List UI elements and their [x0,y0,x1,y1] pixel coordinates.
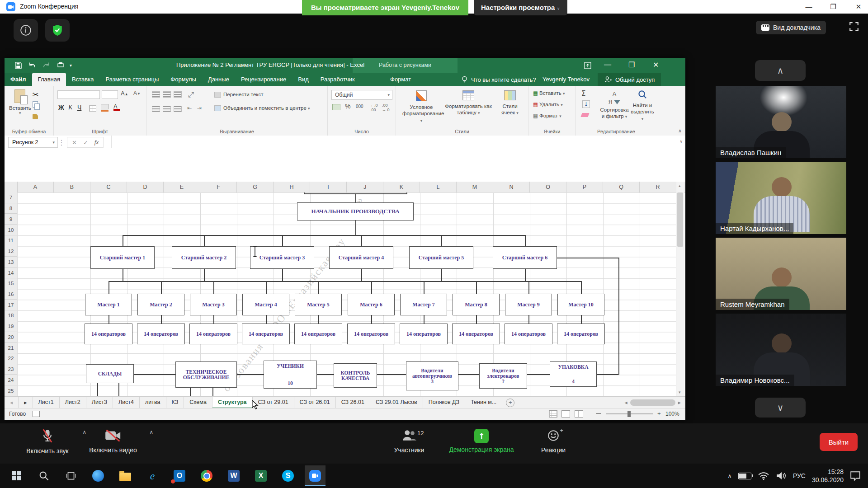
align-center-icon[interactable] [163,106,171,112]
close-button[interactable]: ✕ [851,2,866,12]
column-header-M[interactable]: M [457,182,493,192]
sheet-tab-СЗ от 29.01[interactable]: СЗ от 29.01 [253,397,294,408]
taskbar-outlook[interactable]: O [169,465,190,486]
ribbon-tab-Файл[interactable]: Файл [5,73,32,86]
ribbon-display-options-icon[interactable] [584,62,591,71]
signed-in-user[interactable]: Yevgeniy Tenekov [542,76,590,83]
org-box-unit-4[interactable]: КОНТРОЛЬКАЧЕСТВА [334,363,377,388]
fullscreen-button[interactable] [849,22,859,33]
row-header-12[interactable]: 12 [5,246,17,257]
row-header-8[interactable]: 8 [5,203,17,214]
column-header-H[interactable]: H [274,182,310,192]
taskbar-task-view-button[interactable] [61,465,81,486]
insert-function-icon[interactable]: fx [94,139,99,146]
tab-scroll-left[interactable]: ◂ [624,397,630,408]
collapse-ribbon-button[interactable]: ∧ [678,128,682,134]
scroll-up-icon[interactable]: ▴ [679,183,681,188]
paste-button[interactable]: Вставить ▾ [9,89,31,115]
ribbon-tab-Главная[interactable]: Главная [32,73,66,86]
row-header-20[interactable]: 20 [5,332,17,343]
participant-video-1[interactable]: Владислав Пашкин [716,86,846,158]
taskbar-internet-explorer[interactable]: e [142,465,163,486]
zoom-slider-thumb[interactable] [627,411,631,417]
org-box-unit-6[interactable]: Водителиэлектрокаров? [479,363,527,389]
column-header-L[interactable]: L [420,182,457,192]
org-box-senior-master-3[interactable]: Старший мастер 3 [250,246,314,269]
row-header-22[interactable]: 22 [5,353,17,364]
ribbon-tab-Разработчик[interactable]: Разработчик [315,73,361,86]
minimize-button[interactable]: — [801,2,816,12]
sheet-tab-Схема[interactable]: Схема [184,397,212,408]
find-select-button[interactable]: Найти и выделить ▾ [630,89,655,122]
cell-styles-button[interactable]: Стили ячеек ▾ [496,90,524,116]
shrink-font-icon[interactable]: А▼ [133,90,141,96]
ribbon-tab-Разметка страницы[interactable]: Разметка страницы [99,73,165,86]
clear-icon[interactable] [580,113,589,117]
row-header-25[interactable]: 25 [5,385,17,396]
format-as-table-button[interactable]: Форматировать как таблицу ▾ [445,90,492,116]
org-box-master-7[interactable]: Мастер 7 [400,294,447,315]
ribbon-tab-Вставка[interactable]: Вставка [66,73,99,86]
taskbar-file-explorer[interactable] [115,465,136,486]
row-header-14[interactable]: 14 [5,267,17,278]
taskbar-skype[interactable]: S [278,465,298,486]
ribbon-tab-Вид[interactable]: Вид [292,73,315,86]
vertical-scrollbar[interactable]: ▴ ▾ [676,182,684,396]
cancel-icon[interactable]: ✕ [72,139,77,146]
restore-button[interactable]: ❐ [826,2,841,12]
org-box-unit-2[interactable]: ТЕХНИЧЕСКОЕОБСЛУЖИВАНИЕ [175,361,237,388]
video-options-chevron[interactable]: ∧ [149,429,154,436]
participant-video-4[interactable]: Владимир Новоковс... [716,314,846,386]
row-header-10[interactable]: 10 [5,225,17,235]
org-box-senior-master-6[interactable]: Старший мастер 6 [493,246,557,269]
org-box-master-6[interactable]: Мастер 6 [348,294,395,315]
column-header-E[interactable]: E [164,182,200,192]
org-box-unit-3[interactable]: УЧЕНИКИ10 [264,361,317,389]
sheet-tab-Структура[interactable]: Структура [212,397,253,408]
column-header-A[interactable]: A [17,182,54,192]
row-header-7[interactable]: 7 [5,192,17,203]
formula-input[interactable] [111,136,675,148]
column-header-O[interactable]: O [530,182,566,192]
participant-video-3[interactable]: Rustem Meyramkhan [716,238,846,310]
column-header-Q[interactable]: Q [603,182,640,192]
merge-center-button[interactable]: Объединить и поместить в центре ▾ [214,105,310,111]
column-header-I[interactable]: I [310,182,347,192]
sheet-nav-back[interactable]: ◂ [5,397,19,408]
clock[interactable]: 15:2830.06.2020 [812,468,844,484]
org-box-master-2[interactable]: Мастер 2 [137,294,184,315]
org-box-master-1[interactable]: Мастер 1 [85,294,132,315]
column-header-N[interactable]: N [493,182,530,192]
participants-scroll-up[interactable]: ∧ [755,60,806,81]
taskbar-zoom[interactable] [305,465,326,486]
org-box-operators-7[interactable]: 14 операторов [400,324,448,344]
row-header-16[interactable]: 16 [5,289,17,300]
participants-scroll-down[interactable]: ∨ [755,398,806,418]
sheet-tab-СЗ от 26.01[interactable]: СЗ от 26.01 [294,397,336,408]
share-button[interactable]: Общий доступ [598,73,661,86]
excel-close-button[interactable]: ✕ [653,61,659,69]
row-header-23[interactable]: 23 [5,364,17,375]
font-size-input[interactable] [102,90,118,99]
expand-formula-bar-icon[interactable]: ∨ [679,139,683,144]
horizontal-scroll-thumb[interactable] [630,399,675,406]
column-header-F[interactable]: F [200,182,237,192]
column-header-D[interactable]: D [127,182,164,192]
scroll-down-icon[interactable]: ▾ [679,390,681,394]
new-sheet-button[interactable]: + [506,399,514,407]
row-header-19[interactable]: 19 [5,321,17,332]
org-box-senior-master-4[interactable]: Старший мастер 4 [329,246,393,269]
sheet-tab-Поляков ДЗ[interactable]: Поляков ДЗ [423,397,465,408]
select-all-corner[interactable] [5,182,18,192]
delete-cells-button[interactable]: ▦ Удалить ▾ [533,101,563,108]
italic-button[interactable]: К [68,104,72,111]
currency-icon[interactable] [332,104,340,110]
macro-record-icon[interactable] [33,411,40,417]
name-box[interactable]: Рисунок 2▾ [8,137,58,148]
column-header-B[interactable]: B [54,182,90,192]
format-cells-button[interactable]: ▦ Формат ▾ [533,113,561,119]
page-layout-view-button[interactable] [561,410,570,418]
excel-restore-button[interactable]: ❐ [628,61,635,69]
org-box-master-8[interactable]: Мастер 8 [453,294,500,315]
org-box-unit-1[interactable]: СКЛАДЫ [86,364,134,383]
